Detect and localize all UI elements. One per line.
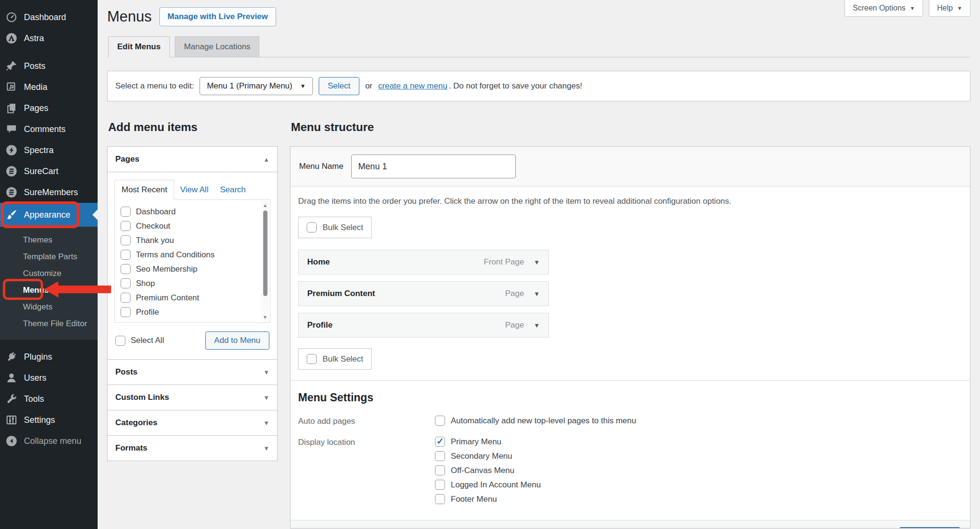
location-checkbox[interactable]: [435, 494, 445, 504]
admin-sidebar: Dashboard Astra Posts Media: [0, 0, 98, 529]
tab-search[interactable]: Search: [214, 180, 252, 199]
sidebar-item[interactable]: Tools: [0, 388, 98, 409]
bulk-select-bottom[interactable]: Bulk Select: [298, 348, 372, 370]
pages-accordion-header[interactable]: Pages ▲: [108, 147, 277, 172]
page-checkbox[interactable]: [121, 235, 131, 245]
sidebar-item[interactable]: Pages: [0, 98, 98, 119]
screen-options-button[interactable]: Screen Options ▼: [845, 0, 923, 17]
bulk-select-checkbox[interactable]: [307, 354, 317, 364]
menu-select-dropdown[interactable]: Menu 1 (Primary Menu) ▼: [200, 77, 312, 95]
menu-item-handle[interactable]: Premium Content Page ▼: [298, 281, 549, 306]
sidebar-item-label: SureCart: [24, 166, 58, 176]
sidebar-item[interactable]: Media: [0, 77, 98, 98]
display-location-option[interactable]: Secondary Menu: [435, 451, 962, 461]
sidebar-item[interactable]: Astra: [0, 28, 98, 49]
create-new-menu-link[interactable]: create a new menu: [378, 81, 447, 91]
sidebar-item-label: Tools: [24, 394, 44, 404]
tab-manage-locations[interactable]: Manage Locations: [175, 36, 259, 57]
sidebar-item[interactable]: Posts: [0, 55, 98, 77]
page-label: Terms and Conditions: [136, 250, 214, 260]
list-scrollbar[interactable]: ▲ ▼: [261, 201, 269, 321]
page-checkbox[interactable]: [121, 307, 131, 317]
select-button[interactable]: Select: [319, 77, 359, 95]
appearance-submenu-item[interactable]: Menus: [0, 282, 98, 298]
select-all-row: Select All Add to Menu: [114, 331, 270, 350]
page-checkbox[interactable]: [121, 293, 131, 303]
scroll-up-icon[interactable]: ▲: [263, 202, 268, 208]
sidebar-item[interactable]: Spectra: [0, 140, 98, 161]
expand-item-icon[interactable]: ▼: [534, 259, 540, 266]
sidebar-item[interactable]: SureMembers: [0, 182, 98, 203]
menu-structure-heading: Menu structure: [291, 121, 970, 134]
sidebar-item-label: Comments: [24, 124, 66, 134]
collapse-menu-button[interactable]: Collapse menu: [0, 430, 98, 452]
manage-live-preview-button[interactable]: Manage with Live Preview: [159, 7, 276, 26]
tab-edit-menus[interactable]: Edit Menus: [108, 36, 170, 57]
add-menu-items-heading: Add menu items: [108, 121, 278, 134]
appearance-submenu-item[interactable]: Widgets: [0, 298, 98, 315]
expand-item-icon[interactable]: ▼: [534, 322, 540, 329]
chevron-down-icon: ▼: [957, 6, 962, 11]
sidebar-item[interactable]: Settings: [0, 409, 98, 430]
page-checkbox[interactable]: [121, 278, 131, 288]
appearance-submenu-item[interactable]: Theme File Editor: [0, 315, 98, 332]
location-checkbox[interactable]: [435, 480, 445, 490]
page-checkbox[interactable]: [121, 207, 131, 217]
display-location-option[interactable]: Logged In Account Menu: [435, 480, 962, 490]
accordion-header[interactable]: Formats ▼: [108, 435, 277, 461]
plugins-icon: [5, 351, 18, 363]
select-all-control[interactable]: Select All: [115, 336, 164, 346]
location-checkbox[interactable]: [435, 437, 445, 447]
tools-icon: [5, 393, 18, 405]
current-menu-notch: [92, 209, 98, 220]
bulk-select-checkbox[interactable]: [307, 222, 317, 232]
auto-add-checkbox[interactable]: [435, 416, 445, 426]
tab-view-all[interactable]: View All: [174, 180, 214, 199]
help-button[interactable]: Help ▼: [929, 0, 970, 17]
sidebar-item[interactable]: Plugins: [0, 346, 98, 367]
auto-add-pages-label: Auto add pages: [298, 416, 435, 430]
page-checklist-item: Thank you: [121, 235, 256, 245]
menu-structure-panel: Menu Name Drag the items into the order …: [290, 146, 970, 529]
accordion-header[interactable]: Custom Links ▼: [108, 385, 277, 410]
display-location-option[interactable]: Footer Menu: [435, 494, 962, 504]
scroll-down-icon[interactable]: ▼: [263, 314, 268, 320]
appearance-submenu-item[interactable]: Themes: [0, 231, 98, 248]
accordion-header[interactable]: Posts ▼: [108, 359, 277, 385]
menu-item-handle[interactable]: Home Front Page ▼: [298, 250, 549, 275]
scrollbar-thumb[interactable]: [263, 210, 267, 296]
page-label: Premium Content: [136, 293, 199, 303]
bulk-select-top[interactable]: Bulk Select: [298, 217, 372, 238]
sidebar-item-appearance[interactable]: Appearance: [0, 203, 98, 227]
menu-structure-body: Drag the items into the order you prefer…: [290, 187, 970, 370]
screen-meta-links: Screen Options ▼ Help ▼: [845, 0, 970, 17]
add-to-menu-button[interactable]: Add to Menu: [205, 331, 269, 350]
tab-most-recent[interactable]: Most Recent: [114, 180, 174, 200]
expand-item-icon[interactable]: ▼: [534, 290, 540, 298]
menu-name-input[interactable]: [351, 154, 516, 178]
accordion-header[interactable]: Categories ▼: [108, 410, 277, 435]
appearance-submenu-item[interactable]: Customize: [0, 265, 98, 282]
display-location-option[interactable]: Primary Menu: [435, 437, 962, 447]
page-checkbox[interactable]: [121, 250, 131, 260]
sidebar-item[interactable]: Dashboard: [0, 7, 98, 28]
location-checkbox[interactable]: [435, 451, 445, 461]
appearance-submenu-item[interactable]: Template Parts: [0, 248, 98, 265]
select-all-checkbox[interactable]: [115, 336, 125, 346]
sidebar-item[interactable]: Comments: [0, 119, 98, 140]
page-checkbox[interactable]: [121, 264, 131, 274]
menu-item-label: Premium Content: [307, 289, 375, 298]
astra-icon: [5, 32, 18, 44]
page-checkbox[interactable]: [121, 221, 131, 231]
display-location-options: Primary Menu Secondary Menu: [435, 437, 962, 508]
location-checkbox[interactable]: [435, 465, 445, 475]
display-location-option[interactable]: Off-Canvas Menu: [435, 465, 962, 475]
sidebar-item[interactable]: Users: [0, 367, 98, 388]
menu-item-handle[interactable]: Profile Page ▼: [298, 313, 549, 338]
posts-pin-icon: [5, 60, 18, 72]
auto-add-pages-option[interactable]: Automatically add new top-level pages to…: [435, 416, 962, 426]
menu-name-row: Menu Name: [290, 147, 970, 187]
sidebar-item-label: Pages: [24, 103, 48, 113]
save-menu-button[interactable]: Save Menu: [899, 527, 960, 529]
sidebar-item[interactable]: SureCart: [0, 161, 98, 182]
